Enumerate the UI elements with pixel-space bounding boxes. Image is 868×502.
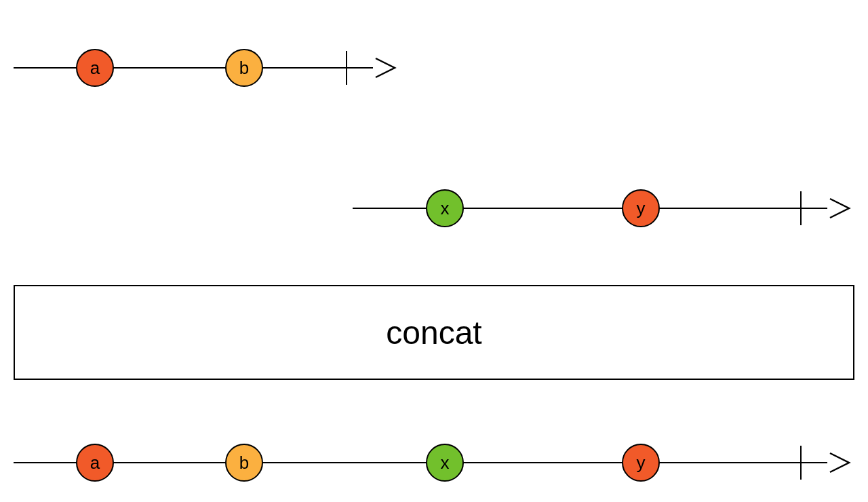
marble-x: x xyxy=(426,189,464,227)
operator-label: concat xyxy=(386,314,481,351)
timeline-line xyxy=(14,462,827,463)
marble-label: y xyxy=(637,452,646,474)
source-timeline-2: x y xyxy=(353,187,854,230)
marble-label: a xyxy=(90,452,100,474)
marble-x: x xyxy=(426,444,464,482)
complete-tick xyxy=(346,51,347,85)
operator-box: concat xyxy=(14,285,854,380)
marble-a: a xyxy=(76,444,114,482)
marble-diagram: a b x y concat a b xyxy=(0,0,868,502)
complete-tick xyxy=(800,191,802,225)
marble-y: y xyxy=(622,444,660,482)
source-timeline-1: a b xyxy=(14,46,400,90)
marble-b: b xyxy=(225,49,263,87)
marble-a: a xyxy=(76,49,114,87)
marble-b: b xyxy=(225,444,263,482)
marble-label: b xyxy=(239,58,249,79)
arrowhead-icon xyxy=(370,56,400,80)
timeline-line xyxy=(14,67,373,69)
arrowhead-icon xyxy=(825,450,854,475)
output-timeline: a b x y xyxy=(14,441,854,484)
complete-tick xyxy=(800,446,802,480)
marble-label: b xyxy=(239,452,249,474)
marble-label: a xyxy=(90,58,100,79)
arrowhead-icon xyxy=(825,196,854,220)
marble-label: x xyxy=(441,198,450,219)
marble-label: x xyxy=(441,452,450,474)
timeline-line xyxy=(353,208,827,209)
marble-label: y xyxy=(637,198,646,219)
marble-y: y xyxy=(622,189,660,227)
